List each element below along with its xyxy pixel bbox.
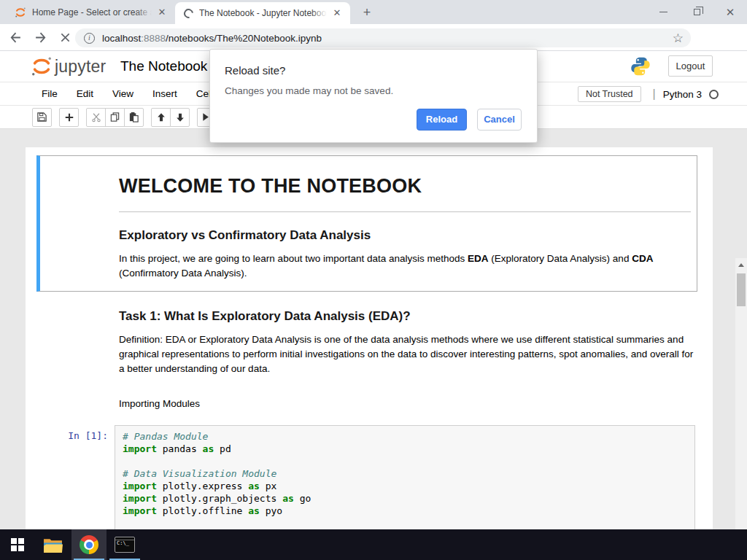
kernel-idle-icon xyxy=(709,90,719,99)
markdown-cell-selected[interactable]: WELCOME TO THE NOTEBOOK Exploratory vs C… xyxy=(36,155,697,292)
url-text[interactable]: localhost:8888/notebooks/The%20Notebook.… xyxy=(102,33,673,44)
jupyter-logo-icon xyxy=(31,55,53,77)
restore-icon xyxy=(694,9,700,15)
browser-toolbar: i localhost:8888/notebooks/The%20Noteboo… xyxy=(0,24,747,51)
new-tab-button[interactable]: + xyxy=(359,5,375,21)
jupyter-logo[interactable]: jupyter xyxy=(31,55,106,77)
back-button[interactable] xyxy=(6,28,25,47)
minimize-icon xyxy=(659,12,667,12)
markdown-cell-task1[interactable]: Task 1: What Is Exploratory Data Analysi… xyxy=(119,309,697,411)
menu-view[interactable]: View xyxy=(103,88,143,99)
jupyter-logo-icon xyxy=(15,7,26,18)
menu-right-section: Not Trusted | Python 3 xyxy=(578,82,719,106)
arrow-down-icon xyxy=(175,112,185,122)
notebook-title[interactable]: The Notebook xyxy=(120,58,207,74)
close-button[interactable]: ✕ xyxy=(713,0,747,24)
window-controls: ✕ xyxy=(646,0,747,24)
vertical-scrollbar[interactable] xyxy=(735,258,747,560)
plus-icon xyxy=(64,112,74,122)
tab-strip: Home Page - Select or create a notebook … xyxy=(0,0,747,24)
save-button[interactable] xyxy=(32,108,52,127)
tab-close-icon[interactable]: ✕ xyxy=(156,7,168,18)
forward-button[interactable] xyxy=(31,28,50,47)
kernel-separator: | xyxy=(653,88,656,101)
folder-icon xyxy=(43,537,63,553)
stop-icon xyxy=(60,32,71,43)
site-info-icon[interactable]: i xyxy=(84,33,95,44)
chrome-icon xyxy=(80,535,98,554)
dialog-title: Reload site? xyxy=(225,64,522,77)
copy-icon xyxy=(109,112,120,122)
dialog-message: Changes you made may not be saved. xyxy=(225,85,522,96)
back-icon xyxy=(9,31,22,44)
menu-file[interactable]: File xyxy=(32,88,67,99)
notebook-scroll-area[interactable]: WELCOME TO THE NOTEBOOK Exploratory vs C… xyxy=(0,129,747,560)
paste-cell-button[interactable] xyxy=(124,108,144,127)
tab-the-notebook[interactable]: The Notebook - Jupyter Notebook ✕ xyxy=(175,2,350,24)
copy-cell-button[interactable] xyxy=(105,108,125,127)
arrow-up-icon xyxy=(156,112,166,122)
not-trusted-button[interactable]: Not Trusted xyxy=(578,86,641,102)
cancel-dialog-button[interactable]: Cancel xyxy=(477,109,522,131)
forward-icon xyxy=(34,31,47,44)
reload-button[interactable]: Reload xyxy=(417,109,467,131)
chrome-taskbar-button[interactable] xyxy=(71,529,107,560)
kernel-name: Python 3 xyxy=(663,89,702,100)
reload-dialog: Reload site? Changes you made may not be… xyxy=(209,49,538,143)
divider xyxy=(119,211,691,212)
save-icon xyxy=(36,112,47,122)
scissors-icon xyxy=(91,112,101,122)
menu-edit[interactable]: Edit xyxy=(67,88,103,99)
file-explorer-button[interactable] xyxy=(35,529,70,560)
minimize-button[interactable] xyxy=(646,0,680,24)
intro-paragraph: In this project, we are going to learn a… xyxy=(119,252,691,281)
address-bar[interactable]: i localhost:8888/notebooks/The%20Noteboo… xyxy=(75,28,691,47)
logout-button[interactable]: Logout xyxy=(668,55,713,77)
task1-definition: Definition: EDA or Exploratory Data Anal… xyxy=(119,332,697,376)
scroll-up-icon[interactable] xyxy=(738,263,744,267)
tab-close-icon[interactable]: ✕ xyxy=(331,7,343,19)
importing-modules-label: Importing Modules xyxy=(119,397,697,411)
start-button[interactable] xyxy=(0,529,35,560)
close-icon: ✕ xyxy=(726,7,735,18)
tab-title: The Notebook - Jupyter Notebook xyxy=(199,8,327,18)
paste-icon xyxy=(128,112,139,122)
bookmark-star-icon[interactable]: ☆ xyxy=(673,32,684,44)
screen: Home Page - Select or create a notebook … xyxy=(0,0,747,560)
terminal-icon: C:\_ xyxy=(115,537,135,553)
move-cell-down-button[interactable] xyxy=(170,108,190,127)
notebook-h1: WELCOME TO THE NOTEBOOK xyxy=(119,175,691,197)
add-cell-button[interactable] xyxy=(59,108,79,127)
windows-taskbar: C:\_ xyxy=(0,529,747,560)
move-cell-up-button[interactable] xyxy=(151,108,171,127)
scrollbar-thumb[interactable] xyxy=(737,273,746,306)
terminal-taskbar-button[interactable]: C:\_ xyxy=(107,529,142,560)
task1-heading: Task 1: What Is Exploratory Data Analysi… xyxy=(119,309,697,324)
input-prompt: In [1]: xyxy=(26,430,108,441)
loading-spinner-icon xyxy=(182,7,195,20)
tab-title: Home Page - Select or create a notebook xyxy=(32,7,152,18)
jupyter-logo-text: jupyter xyxy=(55,57,106,77)
python-logo-icon xyxy=(630,56,651,79)
stop-loading-button[interactable] xyxy=(55,28,74,47)
dialog-buttons: Reload Cancel xyxy=(417,109,522,131)
menu-insert[interactable]: Insert xyxy=(143,88,187,99)
notebook-container: WELCOME TO THE NOTEBOOK Exploratory vs C… xyxy=(26,147,713,560)
cut-cell-button[interactable] xyxy=(86,108,106,127)
notebook-h2: Exploratory vs Confirmatory Data Analysi… xyxy=(119,228,691,243)
restore-button[interactable] xyxy=(680,0,713,24)
tab-home-page[interactable]: Home Page - Select or create a notebook … xyxy=(6,0,175,24)
windows-logo-icon xyxy=(11,538,24,551)
